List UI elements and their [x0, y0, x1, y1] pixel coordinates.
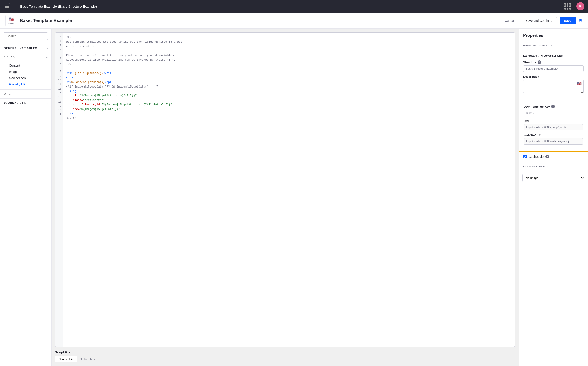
search-input[interactable]	[4, 32, 48, 40]
description-label: Description	[523, 75, 583, 78]
avatar[interactable]: P	[576, 2, 584, 10]
description-locale-flag: 🇺🇸	[577, 82, 582, 86]
center-panel: 12345678910111213141516171819 <#-- Web c…	[51, 29, 519, 366]
webdav-url-label: WebDAV URL	[524, 134, 583, 137]
basic-info-body: Language: FreeMarker (.ftl) Structure ? …	[519, 50, 588, 101]
header-bar: 🇺🇸 en-US Basic Template Example Cancel S…	[0, 13, 588, 29]
sidebar-toggle[interactable]	[4, 3, 10, 9]
cacheable-label: Cacheable	[529, 155, 544, 158]
sidebar-section-journal-util[interactable]: JOURNAL UTIL ›	[0, 98, 51, 107]
chevron-down-icon: ⌄	[45, 56, 48, 59]
sidebar-item-friendly-url[interactable]: Friendly URL	[5, 81, 51, 88]
structure-label: Structure ?	[523, 60, 583, 64]
sidebar-section-general-variables[interactable]: GENERAL VARIABLES ›	[0, 44, 51, 53]
page-title: Basic Template Example	[20, 18, 499, 23]
save-button[interactable]: Save	[559, 17, 576, 24]
chevron-right-icon: ›	[47, 92, 48, 96]
left-panel: GENERAL VARIABLES › FIELDS ⌄ Content Ima…	[0, 29, 51, 366]
cacheable-checkbox[interactable]	[523, 155, 527, 158]
cancel-button[interactable]: Cancel	[501, 17, 518, 24]
sidebar-section-label: JOURNAL UTIL	[4, 101, 26, 105]
cacheable-row: Cacheable ?	[519, 152, 588, 162]
featured-image-section-header[interactable]: FEATURED IMAGE ⌄	[519, 162, 588, 171]
language-value: FreeMarker (.ftl)	[541, 54, 563, 57]
sidebar-section-fields[interactable]: FIELDS ⌄	[0, 53, 51, 61]
line-numbers: 12345678910111213141516171819	[55, 32, 63, 347]
right-panel: Properties BASIC INFORMATION ⌄ Language:…	[519, 29, 588, 366]
cacheable-help-icon[interactable]: ?	[545, 155, 549, 158]
chevron-down-icon: ⌄	[581, 165, 583, 168]
script-file-label: Script File	[55, 351, 98, 354]
sidebar-section-label: FIELDS	[4, 55, 15, 59]
main-layout: GENERAL VARIABLES › FIELDS ⌄ Content Ima…	[0, 29, 588, 366]
url-value: http://localhost:8080/group/guest/~/	[524, 124, 583, 130]
ddm-template-key-row: DDM Template Key ?	[524, 105, 583, 116]
properties-header: Properties	[519, 29, 588, 41]
locale-label: en-US	[8, 23, 14, 25]
sidebar-item-image[interactable]: Image	[5, 69, 51, 75]
app-grid-icon[interactable]	[564, 3, 571, 10]
svg-rect-2	[5, 7, 8, 8]
description-row: Description 🇺🇸	[523, 75, 583, 94]
featured-image-label: FEATURED IMAGE	[523, 165, 548, 168]
locale-badge[interactable]: 🇺🇸 en-US	[5, 15, 17, 26]
chevron-right-icon: ›	[47, 47, 48, 50]
ddm-help-icon[interactable]: ?	[551, 105, 555, 108]
basic-info-label: BASIC INFORMATION	[523, 44, 553, 47]
featured-image-body: No Image	[519, 171, 588, 184]
flag-icon: 🇺🇸	[8, 17, 14, 22]
structure-help-icon[interactable]: ?	[537, 60, 541, 64]
settings-gear-button[interactable]: ⚙	[579, 18, 583, 23]
svg-rect-0	[5, 5, 8, 5]
save-and-continue-button[interactable]: Save and Continue	[521, 17, 557, 24]
chevron-right-icon: ›	[47, 101, 48, 105]
webdav-url-value: http://localhost:8080/webdav/guest/j	[524, 138, 583, 145]
structure-input[interactable]	[523, 65, 583, 72]
svg-rect-1	[5, 6, 8, 7]
ddm-template-key-label: DDM Template Key ?	[524, 105, 583, 108]
language-label: Language: FreeMarker (.ftl)	[523, 54, 583, 57]
code-content[interactable]: <#-- Web content templates are used to l…	[63, 32, 515, 347]
language-row: Language: FreeMarker (.ftl)	[523, 54, 583, 57]
url-label: URL	[524, 119, 583, 123]
chevron-down-icon: ⌄	[581, 44, 583, 47]
sidebar-section-label: GENERAL VARIABLES	[4, 46, 37, 50]
back-button[interactable]: ‹	[13, 3, 17, 10]
sidebar-item-content[interactable]: Content	[5, 62, 51, 69]
script-file-section: Script File Choose File No file chosen	[55, 351, 515, 362]
fields-items: Content Image Geolocation Friendly URL	[0, 61, 51, 89]
ddm-section: DDM Template Key ? URL http://localhost:…	[519, 101, 588, 152]
sidebar-section-label: UTIL	[4, 92, 11, 96]
top-navigation: ‹ Basic Template Example (Basic Structur…	[0, 0, 588, 13]
ddm-template-key-input[interactable]	[524, 110, 583, 116]
code-editor[interactable]: 12345678910111213141516171819 <#-- Web c…	[55, 32, 515, 347]
basic-info-section-header[interactable]: BASIC INFORMATION ⌄	[519, 41, 588, 50]
no-image-select[interactable]: No Image	[522, 174, 584, 182]
no-file-text: No file chosen	[80, 358, 98, 361]
url-row: URL http://localhost:8080/group/guest/~/	[524, 119, 583, 130]
structure-row: Structure ?	[523, 60, 583, 72]
sidebar-section-util[interactable]: UTIL ›	[0, 89, 51, 98]
webdav-url-row: WebDAV URL http://localhost:8080/webdav/…	[524, 134, 583, 145]
choose-file-button[interactable]: Choose File	[55, 356, 77, 362]
top-nav-title: Basic Template Example (Basic Structure …	[20, 5, 562, 8]
sidebar-item-geolocation[interactable]: Geolocation	[5, 75, 51, 81]
description-textarea[interactable]	[523, 80, 583, 93]
